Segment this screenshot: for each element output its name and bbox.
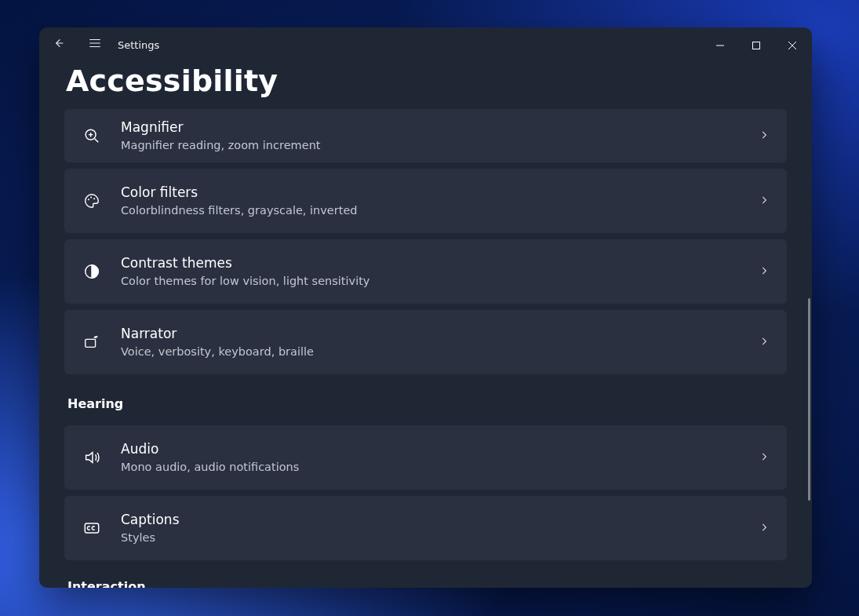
row-text: Contrast themes Color themes for low vis… <box>121 255 740 287</box>
content-area: Accessibility Magnifier Magnif <box>39 62 812 588</box>
speaker-icon <box>82 447 102 468</box>
row-audio[interactable]: Audio Mono audio, audio notifications <box>64 425 787 490</box>
page-title: Accessibility <box>66 64 812 98</box>
nav-menu-button[interactable] <box>77 27 113 62</box>
chevron-right-icon <box>759 521 770 536</box>
svg-point-16 <box>95 337 96 338</box>
row-desc: Colorblindness filters, grayscale, inver… <box>121 203 740 217</box>
row-title: Magnifier <box>121 119 740 136</box>
row-desc: Mono audio, audio notifications <box>121 460 740 474</box>
chevron-right-icon <box>759 194 770 209</box>
row-magnifier[interactable]: Magnifier Magnifier reading, zoom increm… <box>64 109 787 162</box>
row-title: Narrator <box>121 326 740 342</box>
contrast-icon <box>82 261 102 282</box>
svg-rect-15 <box>86 339 96 347</box>
svg-point-13 <box>93 198 95 199</box>
scrollbar-thumb[interactable] <box>808 298 810 501</box>
row-title: Contrast themes <box>121 255 740 272</box>
row-text: Captions Styles <box>121 512 740 544</box>
svg-line-8 <box>95 139 99 143</box>
row-text: Magnifier Magnifier reading, zoom increm… <box>121 119 740 151</box>
row-color-filters[interactable]: Color filters Colorblindness filters, gr… <box>64 169 787 233</box>
row-text: Narrator Voice, verbosity, keyboard, bra… <box>121 326 740 358</box>
row-title: Audio <box>121 441 740 457</box>
chevron-right-icon <box>759 264 770 279</box>
settings-window: Settings <box>39 27 812 588</box>
row-contrast-themes[interactable]: Contrast themes Color themes for low vis… <box>64 239 787 304</box>
row-captions[interactable]: Captions Styles <box>64 496 787 560</box>
desktop-wallpaper: Settings <box>0 0 859 616</box>
magnifier-icon <box>82 126 102 146</box>
titlebar: Settings <box>39 27 812 62</box>
section-header-hearing: Hearing <box>67 396 787 411</box>
svg-point-12 <box>90 196 92 198</box>
minimize-button[interactable] <box>702 30 738 60</box>
row-title: Captions <box>121 512 740 528</box>
captions-icon <box>82 518 102 538</box>
row-text: Audio Mono audio, audio notifications <box>121 441 740 473</box>
section-header-interaction: Interaction <box>67 579 787 588</box>
svg-rect-4 <box>753 42 760 49</box>
chevron-right-icon <box>759 129 770 144</box>
back-button[interactable] <box>41 27 77 62</box>
row-narrator[interactable]: Narrator Voice, verbosity, keyboard, bra… <box>64 310 787 374</box>
chevron-right-icon <box>759 335 770 350</box>
chevron-right-icon <box>759 450 770 465</box>
maximize-icon <box>752 38 760 53</box>
minimize-icon <box>716 38 724 53</box>
hamburger-icon <box>88 36 102 53</box>
row-desc: Styles <box>121 530 740 545</box>
palette-icon <box>82 191 102 211</box>
row-desc: Magnifier reading, zoom increment <box>121 138 740 152</box>
close-button[interactable] <box>774 30 810 60</box>
row-desc: Voice, verbosity, keyboard, braille <box>121 344 740 359</box>
narrator-icon <box>82 332 102 352</box>
row-desc: Color themes for low vision, light sensi… <box>121 274 740 288</box>
svg-point-11 <box>88 199 89 200</box>
back-arrow-icon <box>53 37 65 53</box>
settings-list: Magnifier Magnifier reading, zoom increm… <box>39 109 812 588</box>
app-title: Settings <box>118 39 159 51</box>
row-title: Color filters <box>121 184 740 201</box>
close-icon <box>788 38 796 53</box>
maximize-button[interactable] <box>738 30 774 60</box>
titlebar-left: Settings <box>41 27 159 62</box>
row-text: Color filters Colorblindness filters, gr… <box>121 184 740 217</box>
caption-buttons <box>702 30 810 60</box>
